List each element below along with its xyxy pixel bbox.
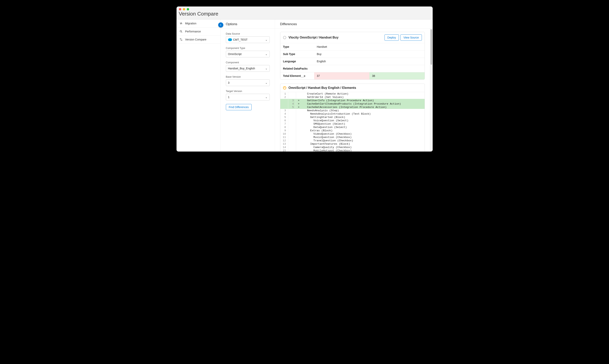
line-number-left: 1: [280, 92, 288, 95]
base-version-select[interactable]: 3 ⌄: [226, 79, 270, 86]
collapse-panel-button[interactable]: [218, 22, 223, 27]
data-source-value: CMT_TEST: [233, 38, 248, 41]
prop-value-new: 38: [369, 72, 425, 80]
differences-panel: Differences Vlocity OmniScript / Handset…: [275, 19, 433, 152]
app-body: Migration Performance Version Compare Op…: [177, 19, 433, 152]
sidebar: Migration Performance Version Compare: [177, 19, 221, 152]
code-line: 13 ImportantFeatures (Block): [280, 142, 425, 146]
code-text: MusicQuestion (Checkbox): [296, 136, 425, 139]
view-source-button[interactable]: View Source: [401, 34, 422, 41]
properties-table: TypeHandsetSub TypeBuyLanguageEnglishRel…: [280, 43, 425, 79]
line-number-right: 5: [288, 105, 296, 109]
table-row: TypeHandset: [280, 43, 425, 51]
deploy-button[interactable]: Deploy: [385, 34, 399, 41]
sidebar-item-migration[interactable]: Migration: [177, 19, 220, 27]
code-text: VoiceQuestion (Select): [296, 119, 425, 122]
line-number-left: 7: [280, 122, 288, 126]
code-line: 6 VoiceQuestion (Select): [280, 119, 425, 122]
code-text: NeedsAnalysisIntroduction (Text Block): [296, 112, 425, 116]
options-panel: Options Data Source CMT_TEST ⌄ Component…: [221, 19, 275, 152]
prop-label: Total Element__c: [280, 72, 314, 80]
component-type-value: OmniScript: [228, 52, 242, 56]
line-number-right: [288, 149, 296, 152]
prop-value: Buy: [314, 51, 425, 58]
code-text: CreateCart (Remote Action): [296, 92, 425, 95]
data-source-select[interactable]: CMT_TEST ⌄: [226, 36, 270, 43]
line-number-left: 12: [280, 139, 288, 142]
data-source-label: Data Source: [226, 32, 270, 35]
code-text: CameraQuality (Checkbox): [296, 146, 425, 149]
code-text: MobileHotspot (Checkbox): [296, 149, 425, 152]
sidebar-item-label: Migration: [185, 22, 196, 25]
code-text: SMSQuestion (Select): [296, 122, 425, 126]
status-changed-icon: [283, 86, 286, 90]
code-line: 5 GettingStarted (Block): [280, 116, 425, 119]
options-title: Options: [221, 19, 275, 29]
line-number-left: 4: [280, 112, 288, 116]
code-text: VideoQuestion (Checkbox): [296, 132, 425, 136]
code-line: 3 NeedsAnalysis (Step): [280, 109, 425, 112]
line-number-right: [288, 146, 296, 149]
prop-value: English: [314, 58, 425, 65]
salesforce-icon: [228, 38, 232, 41]
sidebar-item-performance[interactable]: Performance: [177, 27, 220, 36]
minimize-window-button[interactable]: [183, 8, 185, 10]
component-label: Component: [226, 61, 270, 64]
code-text: NeedsAnalysis (Step): [296, 109, 425, 112]
line-number-right: [288, 142, 296, 146]
component-type-select[interactable]: OmniScript ⌄: [226, 51, 270, 57]
target-version-select[interactable]: 1 ⌄: [226, 94, 270, 100]
code-text: DataQuestion (Select): [296, 126, 425, 129]
line-number-right: 4: [288, 102, 296, 105]
maximize-window-button[interactable]: [187, 8, 189, 10]
line-number-right: [288, 139, 296, 142]
differences-title: Differences: [275, 19, 433, 29]
code-line: 12 TravelQuestion (Checkbox): [280, 139, 425, 142]
line-number-right: [288, 92, 296, 95]
titlebar: Version Compare: [177, 6, 433, 19]
code-text: + GetUserInfo (Integration Procedure Act…: [296, 99, 425, 102]
line-number-left: 3: [280, 109, 288, 112]
table-row: Sub TypeBuy: [280, 51, 425, 58]
base-version-value: 3: [228, 81, 230, 84]
code-text: + CacheGetAccessories (Integration Proce…: [296, 105, 425, 109]
component-value: Handset_Buy_English: [228, 67, 255, 70]
svg-point-0: [180, 30, 181, 32]
code-line: 5+ CacheGetAccessories (Integration Proc…: [280, 105, 425, 109]
component-type-label: Component Type: [226, 47, 270, 50]
line-number-right: [288, 136, 296, 139]
search-icon: [179, 30, 183, 33]
line-number-left: 15: [280, 149, 288, 152]
swap-icon: [179, 22, 183, 25]
prop-label: Type: [280, 43, 314, 51]
line-number-left: 13: [280, 142, 288, 146]
differences-body: Vlocity OmniScript / Handset Buy Deploy …: [275, 29, 430, 152]
line-number-right: [288, 112, 296, 116]
code-line: 11 MusicQuestion (Checkbox): [280, 136, 425, 139]
chevron-down-icon: ⌄: [265, 38, 268, 41]
line-number-left: 2: [280, 95, 288, 99]
prop-value-old: 37: [314, 72, 369, 80]
sidebar-item-version-compare[interactable]: Version Compare: [177, 36, 220, 44]
target-version-label: Target Version: [226, 90, 270, 92]
component-select[interactable]: Handset_Buy_English ⌄: [226, 65, 270, 72]
scrollbar-thumb[interactable]: [430, 29, 432, 65]
scrollbar[interactable]: [430, 29, 433, 152]
line-number-right: [288, 119, 296, 122]
sidebar-item-label: Performance: [185, 30, 201, 33]
code-text: Extras (Block): [296, 129, 425, 132]
compare-icon: [179, 38, 183, 41]
line-number-right: [288, 122, 296, 126]
line-number-left: 10: [280, 132, 288, 136]
line-number-right: [288, 95, 296, 99]
target-version-value: 1: [228, 95, 230, 99]
code-text: ImportantFeatures (Block): [296, 142, 425, 146]
line-number-left: [280, 99, 288, 102]
find-differences-button[interactable]: Find Differences: [226, 104, 252, 110]
status-unchanged-icon: [283, 36, 286, 39]
code-line: 9 Extras (Block): [280, 129, 425, 132]
line-number-left: 5: [280, 116, 288, 119]
table-row: Related DataPacks: [280, 65, 425, 72]
close-window-button[interactable]: [179, 8, 181, 10]
chevron-down-icon: ⌄: [265, 67, 268, 70]
